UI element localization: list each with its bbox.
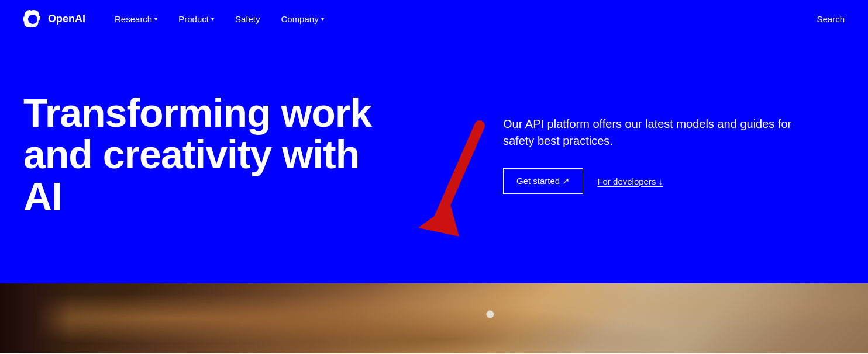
hero-title: Transforming work and creativity with AI [23, 92, 374, 217]
company-chevron-icon: ▾ [321, 16, 324, 22]
search-button[interactable]: Search [817, 14, 845, 24]
nav-link-safety[interactable]: Safety [235, 14, 260, 24]
hero-description: Our API platform offers our latest model… [503, 116, 801, 150]
logo-link[interactable]: OpenAI [23, 10, 85, 29]
hero-section: Transforming work and creativity with AI… [0, 38, 868, 283]
research-chevron-icon: ▾ [154, 16, 157, 22]
nav-link-research[interactable]: Research ▾ [115, 14, 157, 24]
nav-link-company[interactable]: Company ▾ [281, 14, 323, 24]
svg-line-0 [439, 126, 480, 219]
product-chevron-icon: ▾ [211, 16, 214, 22]
hero-content-block: Our API platform offers our latest model… [480, 116, 801, 194]
navbar: OpenAI Research ▾ Product ▾ Safety Compa… [0, 0, 868, 38]
hero-image-strip [0, 283, 868, 353]
get-started-button[interactable]: Get started ↗ [503, 168, 583, 194]
openai-logo-icon [23, 10, 42, 29]
red-arrow-icon [404, 120, 497, 248]
image-dark-overlay [0, 283, 70, 353]
hero-buttons: Get started ↗ For developers ↓ [503, 168, 801, 194]
nav-links: Research ▾ Product ▾ Safety Company ▾ [115, 14, 817, 24]
logo-text: OpenAI [48, 13, 85, 25]
hero-title-block: Transforming work and creativity with AI [23, 92, 374, 217]
nav-link-product[interactable]: Product ▾ [178, 14, 214, 24]
for-developers-button[interactable]: For developers ↓ [597, 176, 663, 186]
shirt-button-detail [486, 310, 494, 318]
